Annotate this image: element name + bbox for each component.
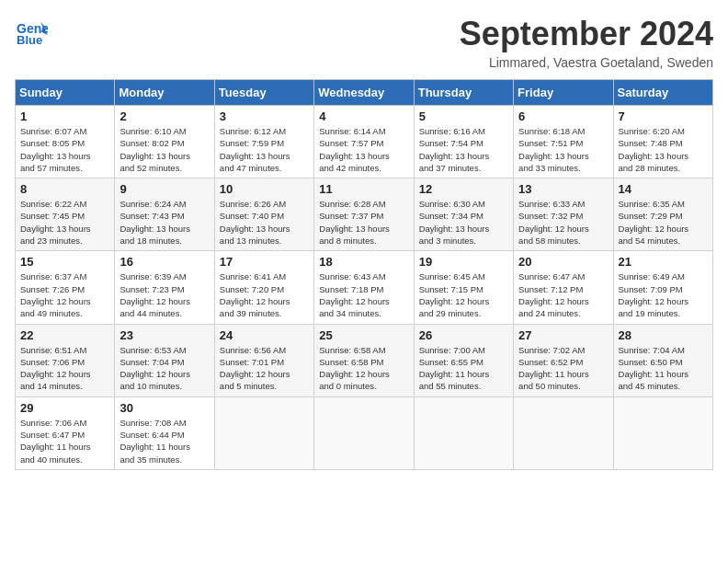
day-info: Sunrise: 6:47 AM Sunset: 7:12 PM Dayligh…: [518, 270, 608, 319]
day-info: Sunrise: 6:20 AM Sunset: 7:48 PM Dayligh…: [619, 125, 708, 174]
calendar-cell: 25Sunrise: 6:58 AM Sunset: 6:58 PM Dayli…: [314, 324, 414, 396]
day-info: Sunrise: 6:14 AM Sunset: 7:57 PM Dayligh…: [319, 125, 408, 174]
day-number: 22: [20, 328, 109, 342]
day-number: 10: [220, 182, 309, 196]
day-number: 17: [220, 255, 309, 269]
day-number: 27: [518, 328, 608, 342]
calendar-cell: [414, 396, 513, 469]
calendar-table: SundayMondayTuesdayWednesdayThursdayFrid…: [15, 79, 713, 470]
calendar-cell: 24Sunrise: 6:56 AM Sunset: 7:01 PM Dayli…: [214, 324, 313, 396]
calendar-cell: 2Sunrise: 6:10 AM Sunset: 8:02 PM Daylig…: [115, 106, 214, 178]
day-info: Sunrise: 7:00 AM Sunset: 6:55 PM Dayligh…: [419, 344, 508, 393]
weekday-header-thursday: Thursday: [414, 80, 513, 106]
day-info: Sunrise: 7:02 AM Sunset: 6:52 PM Dayligh…: [518, 344, 608, 393]
day-number: 19: [419, 255, 508, 269]
calendar-cell: 13Sunrise: 6:33 AM Sunset: 7:32 PM Dayli…: [514, 178, 613, 251]
day-number: 2: [119, 109, 209, 123]
day-number: 9: [119, 182, 209, 196]
calendar-cell: 27Sunrise: 7:02 AM Sunset: 6:52 PM Dayli…: [514, 324, 613, 396]
calendar-cell: 3Sunrise: 6:12 AM Sunset: 7:59 PM Daylig…: [214, 106, 313, 178]
day-info: Sunrise: 6:24 AM Sunset: 7:43 PM Dayligh…: [119, 198, 209, 247]
calendar-cell: 7Sunrise: 6:20 AM Sunset: 7:48 PM Daylig…: [613, 106, 712, 178]
day-number: 4: [319, 109, 408, 123]
day-info: Sunrise: 6:53 AM Sunset: 7:04 PM Dayligh…: [119, 344, 209, 393]
day-number: 13: [518, 182, 608, 196]
calendar-cell: 14Sunrise: 6:35 AM Sunset: 7:29 PM Dayli…: [613, 178, 712, 251]
day-number: 23: [119, 328, 209, 342]
day-info: Sunrise: 6:41 AM Sunset: 7:20 PM Dayligh…: [220, 270, 309, 319]
weekday-header-saturday: Saturday: [613, 80, 712, 106]
day-number: 14: [619, 182, 708, 196]
calendar-cell: 28Sunrise: 7:04 AM Sunset: 6:50 PM Dayli…: [613, 324, 712, 396]
logo: General Blue: [15, 15, 48, 48]
calendar-week-3: 15Sunrise: 6:37 AM Sunset: 7:26 PM Dayli…: [16, 251, 713, 324]
day-number: 15: [20, 255, 109, 269]
day-number: 26: [419, 328, 508, 342]
day-info: Sunrise: 6:45 AM Sunset: 7:15 PM Dayligh…: [419, 270, 508, 319]
day-info: Sunrise: 7:06 AM Sunset: 6:47 PM Dayligh…: [20, 417, 109, 465]
day-info: Sunrise: 6:49 AM Sunset: 7:09 PM Dayligh…: [619, 270, 708, 319]
day-number: 11: [319, 182, 408, 196]
day-info: Sunrise: 6:18 AM Sunset: 7:51 PM Dayligh…: [518, 125, 608, 174]
weekday-header-friday: Friday: [514, 80, 613, 106]
month-title: September 2024: [460, 15, 713, 53]
day-number: 29: [20, 401, 109, 415]
calendar-week-5: 29Sunrise: 7:06 AM Sunset: 6:47 PM Dayli…: [16, 396, 713, 469]
day-info: Sunrise: 7:04 AM Sunset: 6:50 PM Dayligh…: [619, 344, 708, 393]
calendar-cell: [214, 396, 313, 469]
day-info: Sunrise: 6:37 AM Sunset: 7:26 PM Dayligh…: [20, 270, 109, 319]
calendar-cell: 4Sunrise: 6:14 AM Sunset: 7:57 PM Daylig…: [314, 106, 414, 178]
day-info: Sunrise: 6:33 AM Sunset: 7:32 PM Dayligh…: [518, 198, 608, 247]
day-number: 6: [518, 109, 608, 123]
weekday-header-sunday: Sunday: [16, 80, 115, 106]
day-number: 1: [20, 109, 109, 123]
day-info: Sunrise: 7:08 AM Sunset: 6:44 PM Dayligh…: [119, 417, 209, 465]
calendar-week-1: 1Sunrise: 6:07 AM Sunset: 8:05 PM Daylig…: [16, 106, 713, 178]
calendar-cell: 21Sunrise: 6:49 AM Sunset: 7:09 PM Dayli…: [613, 251, 712, 324]
day-info: Sunrise: 6:28 AM Sunset: 7:37 PM Dayligh…: [319, 198, 408, 247]
day-info: Sunrise: 6:39 AM Sunset: 7:23 PM Dayligh…: [119, 270, 209, 319]
day-number: 12: [419, 182, 508, 196]
day-number: 3: [220, 109, 309, 123]
calendar-cell: 11Sunrise: 6:28 AM Sunset: 7:37 PM Dayli…: [314, 178, 414, 251]
calendar-cell: [613, 396, 712, 469]
day-number: 18: [319, 255, 408, 269]
logo-icon: General Blue: [15, 15, 48, 48]
day-number: 30: [119, 401, 209, 415]
calendar-week-2: 8Sunrise: 6:22 AM Sunset: 7:45 PM Daylig…: [16, 178, 713, 251]
day-number: 8: [20, 182, 109, 196]
calendar-cell: 1Sunrise: 6:07 AM Sunset: 8:05 PM Daylig…: [16, 106, 115, 178]
day-info: Sunrise: 6:56 AM Sunset: 7:01 PM Dayligh…: [220, 344, 309, 393]
calendar-week-4: 22Sunrise: 6:51 AM Sunset: 7:06 PM Dayli…: [16, 324, 713, 396]
day-number: 28: [619, 328, 708, 342]
day-info: Sunrise: 6:43 AM Sunset: 7:18 PM Dayligh…: [319, 270, 408, 319]
calendar-cell: 19Sunrise: 6:45 AM Sunset: 7:15 PM Dayli…: [414, 251, 513, 324]
calendar-cell: 12Sunrise: 6:30 AM Sunset: 7:34 PM Dayli…: [414, 178, 513, 251]
day-number: 24: [220, 328, 309, 342]
calendar-cell: 15Sunrise: 6:37 AM Sunset: 7:26 PM Dayli…: [16, 251, 115, 324]
location-title: Limmared, Vaestra Goetaland, Sweden: [460, 55, 713, 70]
weekday-header-tuesday: Tuesday: [214, 80, 313, 106]
day-info: Sunrise: 6:30 AM Sunset: 7:34 PM Dayligh…: [419, 198, 508, 247]
calendar-cell: 30Sunrise: 7:08 AM Sunset: 6:44 PM Dayli…: [115, 396, 214, 469]
day-number: 16: [119, 255, 209, 269]
day-number: 21: [619, 255, 708, 269]
calendar-body: 1Sunrise: 6:07 AM Sunset: 8:05 PM Daylig…: [16, 106, 713, 470]
day-info: Sunrise: 6:22 AM Sunset: 7:45 PM Dayligh…: [20, 198, 109, 247]
day-info: Sunrise: 6:35 AM Sunset: 7:29 PM Dayligh…: [619, 198, 708, 247]
calendar-cell: 23Sunrise: 6:53 AM Sunset: 7:04 PM Dayli…: [115, 324, 214, 396]
calendar-cell: 26Sunrise: 7:00 AM Sunset: 6:55 PM Dayli…: [414, 324, 513, 396]
calendar-cell: 18Sunrise: 6:43 AM Sunset: 7:18 PM Dayli…: [314, 251, 414, 324]
calendar-cell: 29Sunrise: 7:06 AM Sunset: 6:47 PM Dayli…: [16, 396, 115, 469]
calendar-cell: 9Sunrise: 6:24 AM Sunset: 7:43 PM Daylig…: [115, 178, 214, 251]
calendar-cell: 17Sunrise: 6:41 AM Sunset: 7:20 PM Dayli…: [214, 251, 313, 324]
day-info: Sunrise: 6:12 AM Sunset: 7:59 PM Dayligh…: [220, 125, 309, 174]
calendar-cell: 10Sunrise: 6:26 AM Sunset: 7:40 PM Dayli…: [214, 178, 313, 251]
calendar-cell: [314, 396, 414, 469]
header: General Blue September 2024 Limmared, Va…: [15, 15, 713, 70]
day-info: Sunrise: 6:10 AM Sunset: 8:02 PM Dayligh…: [119, 125, 209, 174]
day-info: Sunrise: 6:07 AM Sunset: 8:05 PM Dayligh…: [20, 125, 109, 174]
title-area: September 2024 Limmared, Vaestra Goetala…: [460, 15, 713, 70]
day-number: 25: [319, 328, 408, 342]
day-info: Sunrise: 6:16 AM Sunset: 7:54 PM Dayligh…: [419, 125, 508, 174]
